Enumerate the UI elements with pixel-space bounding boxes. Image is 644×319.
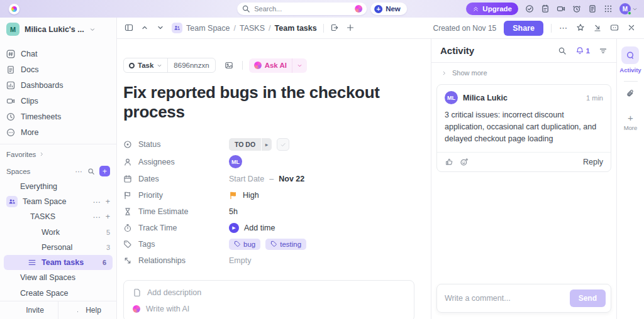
send-button[interactable]: Send [570,289,606,307]
breadcrumb-team-space[interactable]: Team Space [186,24,230,33]
notification-count: 1 [586,47,590,55]
sidebar-item-dashboards[interactable]: Dashboards [0,77,116,93]
notifications-bell[interactable]: 1 [575,46,590,55]
sidebar-item-tasks-folder[interactable]: TASKS ⋯ + [0,209,116,224]
add-space-button[interactable]: + [99,166,110,176]
thumbs-up-icon[interactable] [445,158,453,166]
play-timer-button[interactable]: ▶ [229,223,239,233]
favorites-section[interactable]: Favorites [0,147,116,161]
ask-ai-dropdown[interactable] [292,58,307,73]
global-search[interactable] [237,3,367,15]
cover-image-icon[interactable] [222,58,236,72]
track-time-field-label[interactable]: Track Time [123,224,229,232]
timer-icon[interactable] [572,4,581,13]
comment-input[interactable] [445,294,565,303]
tag-bug[interactable]: bug [229,239,260,250]
more-options-icon[interactable]: ⋯ [559,23,569,33]
sidebar-item-everything[interactable]: Everything [0,179,116,194]
sidebar-item-team-tasks-list[interactable]: Team tasks 6 [4,255,113,270]
attachments-paperclip-icon[interactable] [626,89,635,101]
prev-task-icon[interactable] [140,23,150,33]
share-button[interactable]: Share [504,21,543,36]
space-more-icon[interactable]: ⋯ [92,197,101,207]
next-task-icon[interactable] [156,23,165,33]
add-view-icon[interactable] [346,23,355,33]
comment-author-name[interactable]: Milica Lukic [463,94,508,102]
dates-field-label[interactable]: Dates [123,175,229,183]
complete-checkbox[interactable] [277,138,289,151]
ask-ai-button[interactable]: Ask AI [249,58,307,73]
sidebar-item-clips[interactable]: Clips [0,93,116,109]
document-icon [133,288,142,297]
help-button[interactable]: Help [58,301,116,319]
filter-icon[interactable] [599,46,608,55]
doc-icon[interactable] [588,4,597,13]
invite-button[interactable]: Invite [0,301,58,319]
clickup-logo-icon[interactable] [9,4,19,14]
favorite-star-icon[interactable] [576,23,586,33]
search-input[interactable] [254,5,351,13]
status-field-label[interactable]: Status [123,140,229,149]
rail-add-icon[interactable]: + [628,112,633,123]
sidebar-item-more[interactable]: More [0,124,116,140]
breadcrumb-tasks[interactable]: TASKS [240,24,265,33]
relationships-value[interactable]: Empty [229,256,251,265]
tags-field-label[interactable]: Tags [123,240,229,249]
layout-options-icon[interactable] [610,23,619,33]
minimize-icon[interactable] [593,23,602,33]
clips-camera-icon[interactable] [557,4,565,13]
write-with-ai[interactable]: Write with AI [133,305,405,313]
spaces-search-icon[interactable] [87,168,95,175]
folder-add-icon[interactable]: + [106,212,110,222]
tag-testing[interactable]: testing [265,239,306,250]
space-add-icon[interactable]: + [106,197,110,207]
task-title[interactable]: Fix reported bugs in the checkout proces… [123,83,414,122]
task-type-dropdown[interactable]: Task [124,58,168,72]
priority-value[interactable]: High [243,191,259,200]
ai-icon[interactable] [355,5,362,13]
workspace-switcher[interactable]: M Milica Lukic's ... [0,18,116,40]
status-next-icon[interactable]: ▸ [262,138,272,151]
sidebar-item-docs[interactable]: Docs [0,62,116,77]
view-all-spaces[interactable]: View all Spaces [0,270,116,285]
apps-grid-icon[interactable] [604,4,613,13]
create-space-label: Create Space [20,289,68,298]
show-more[interactable]: Show more [431,63,616,80]
sidebar-item-timesheets[interactable]: Timesheets [0,109,116,124]
assignee-avatar[interactable]: ML [229,155,242,168]
relationships-field-label[interactable]: Relationships [123,256,229,265]
new-button[interactable]: + New [370,3,407,15]
estimate-field-label[interactable]: Time Estimate [123,207,229,216]
user-menu[interactable]: M [619,3,638,14]
upgrade-button[interactable]: Upgrade [466,3,518,15]
move-task-icon[interactable] [330,23,340,33]
due-date[interactable]: Nov 22 [279,175,304,183]
spaces-more-icon[interactable]: ⋯ [75,167,84,176]
folder-more-icon[interactable]: ⋯ [92,212,101,222]
sidebar-item-personal-list[interactable]: Personal 3 [0,240,116,255]
estimate-value[interactable]: 5h [229,207,238,216]
start-date[interactable]: Start Date [229,175,264,183]
add-reaction-icon[interactable] [460,158,469,166]
priority-field-label[interactable]: Priority [123,191,229,200]
sidebar-item-chat[interactable]: Chat [0,46,116,62]
status-chip[interactable]: TO DO ▸ [229,138,272,151]
sidebar-item-team-space[interactable]: Team Space ⋯ + [0,194,116,209]
add-description[interactable]: Add description [133,288,405,297]
breadcrumb-team-tasks[interactable]: Team tasks [275,24,317,33]
task-id[interactable]: 8696nnzxn [168,62,214,69]
activity-header: Activity 1 [431,39,616,63]
rail-tab-activity[interactable]: Activity [619,46,641,73]
create-space[interactable]: Create Space [0,286,116,301]
panel-toggle-icon[interactable] [125,23,134,33]
assignees-field-label[interactable]: Assignees [123,158,229,166]
rail-more-label[interactable]: More [624,124,638,131]
reply-button[interactable]: Reply [583,158,603,166]
search-icon[interactable] [558,46,567,55]
team-space-icon[interactable] [172,23,182,33]
sidebar-item-work-list[interactable]: Work 5 [0,224,116,239]
add-time-link[interactable]: Add time [244,224,275,232]
notepad-icon[interactable] [541,4,550,13]
tasks-check-icon[interactable] [525,4,534,13]
close-icon[interactable] [627,23,636,33]
